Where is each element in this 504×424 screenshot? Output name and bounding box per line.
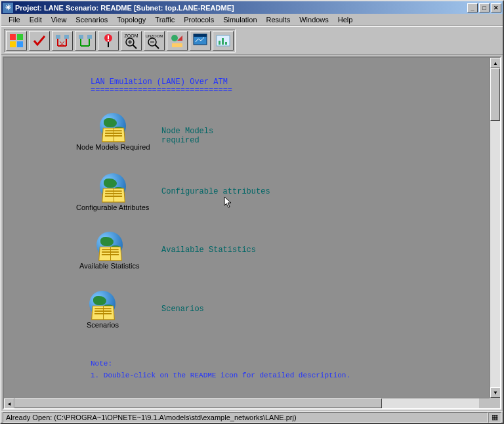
readme-icon — [97, 113, 129, 142]
scroll-down-button[interactable]: ▼ — [490, 387, 500, 398]
svg-rect-0 — [10, 34, 16, 40]
svg-line-22 — [133, 45, 136, 49]
minimize-button[interactable]: _ — [467, 3, 478, 12]
stats-icon[interactable] — [213, 31, 234, 51]
svg-line-27 — [155, 45, 159, 49]
icon-label: Configurable Attributes — [76, 203, 149, 211]
toolbar-row: ZOOM UNZOOM — [4, 29, 236, 53]
desk-label-available-statistics: Available Statistics — [161, 245, 256, 255]
doc-heading-underline: ============================== — [91, 85, 232, 95]
recover-links-icon[interactable] — [75, 31, 96, 51]
readme-icon — [87, 291, 118, 320]
svg-rect-37 — [219, 41, 220, 45]
window-controls: _ □ ✕ — [466, 3, 501, 12]
readme-scenarios[interactable]: Scenarios — [87, 291, 119, 329]
svg-rect-1 — [17, 34, 23, 40]
note-head: Note: — [91, 360, 112, 368]
note-body: 1. Double-click on the README icon for d… — [91, 371, 350, 379]
svg-rect-11 — [79, 35, 83, 39]
vertical-scrollbar[interactable]: ▲ ▼ — [490, 58, 500, 398]
svg-rect-3 — [17, 41, 23, 47]
menu-simulation[interactable]: Simulation — [219, 14, 261, 25]
maximize-button[interactable]: □ — [479, 3, 490, 12]
run-sim-icon[interactable] — [167, 31, 188, 51]
menu-protocols[interactable]: Protocols — [179, 14, 219, 25]
readme-icon — [94, 232, 125, 261]
menu-help[interactable]: Help — [333, 14, 358, 25]
svg-rect-18 — [108, 40, 109, 41]
palette-icon[interactable] — [6, 31, 27, 51]
menu-traffic[interactable]: Traffic — [150, 14, 179, 25]
menu-results[interactable]: Results — [262, 14, 295, 25]
zoom-in-icon[interactable]: ZOOM — [121, 31, 142, 51]
close-button[interactable]: ✕ — [491, 3, 501, 12]
svg-rect-5 — [64, 35, 69, 39]
canvas-wrap: LAN Emulation (LANE) Over ATM ==========… — [4, 58, 500, 408]
view-results-icon[interactable] — [190, 31, 211, 51]
workspace: LAN Emulation (LANE) Over ATM ==========… — [3, 56, 501, 410]
svg-text:UNZOOM: UNZOOM — [146, 34, 163, 38]
svg-rect-12 — [87, 35, 92, 39]
desk-label-scenarios: Scenarios — [161, 305, 204, 314]
svg-rect-4 — [56, 35, 60, 39]
status-text: Already Open: (C:\PROGRA~1\OPNETE~1\9.1.… — [3, 412, 488, 423]
scroll-thumb[interactable] — [490, 68, 500, 121]
zoom-out-icon[interactable]: UNZOOM — [144, 31, 165, 51]
window-title: Project: LANE Scenario: README [Subnet: … — [15, 4, 466, 12]
menu-view[interactable]: View — [47, 14, 72, 25]
menu-edit[interactable]: Edit — [25, 14, 47, 25]
status-bar: Already Open: (C:\PROGRA~1\OPNETE~1\9.1.… — [1, 411, 503, 423]
canvas[interactable]: LAN Emulation (LANE) Over ATM ==========… — [4, 58, 490, 398]
title-bar[interactable]: ✳ Project: LANE Scenario: README [Subnet… — [1, 1, 503, 14]
menu-file[interactable]: File — [4, 14, 25, 25]
scroll-corner — [490, 398, 500, 408]
icon-label: Scenarios — [87, 321, 119, 329]
scroll-up-button[interactable]: ▲ — [490, 58, 500, 68]
toolbar: ZOOM UNZOOM — [1, 26, 503, 55]
svg-text:ZOOM: ZOOM — [125, 33, 138, 38]
mouse-cursor-icon — [224, 196, 234, 212]
menu-scenarios[interactable]: Scenarios — [71, 14, 112, 25]
readme-node-models[interactable]: Node Models Required — [76, 113, 150, 151]
svg-rect-39 — [225, 42, 227, 45]
fail-links-icon[interactable] — [52, 31, 73, 51]
scroll-thumb[interactable] — [14, 398, 382, 408]
status-grip-icon: ▦ — [488, 412, 501, 423]
app-icon: ✳ — [3, 3, 13, 13]
readme-icon — [97, 173, 129, 202]
svg-rect-2 — [10, 41, 16, 47]
scroll-left-button[interactable]: ◄ — [4, 398, 14, 408]
fail-node-icon[interactable] — [98, 31, 119, 51]
desk-label-node-models: Node Models required — [161, 127, 213, 145]
menu-topology[interactable]: Topology — [112, 14, 150, 25]
desk-label-configurable-attributes: Configurable attributes — [161, 187, 270, 196]
readme-available-statistics[interactable]: Available Statistics — [79, 232, 140, 270]
menu-windows[interactable]: Windows — [295, 14, 333, 25]
svg-rect-32 — [194, 34, 207, 37]
svg-point-29 — [171, 35, 178, 41]
app-window: ✳ Project: LANE Scenario: README [Subnet… — [0, 0, 504, 424]
horizontal-scrollbar[interactable]: ◄ ► — [4, 398, 490, 408]
svg-rect-38 — [222, 38, 224, 45]
icon-label: Node Models Required — [76, 143, 150, 151]
svg-rect-30 — [172, 43, 182, 47]
icon-label: Available Statistics — [79, 262, 140, 270]
check-icon[interactable] — [29, 31, 50, 51]
menu-bar: File Edit View Scenarios Topology Traffi… — [1, 14, 503, 26]
svg-rect-17 — [108, 35, 109, 39]
readme-configurable-attributes[interactable]: Configurable Attributes — [76, 173, 149, 211]
